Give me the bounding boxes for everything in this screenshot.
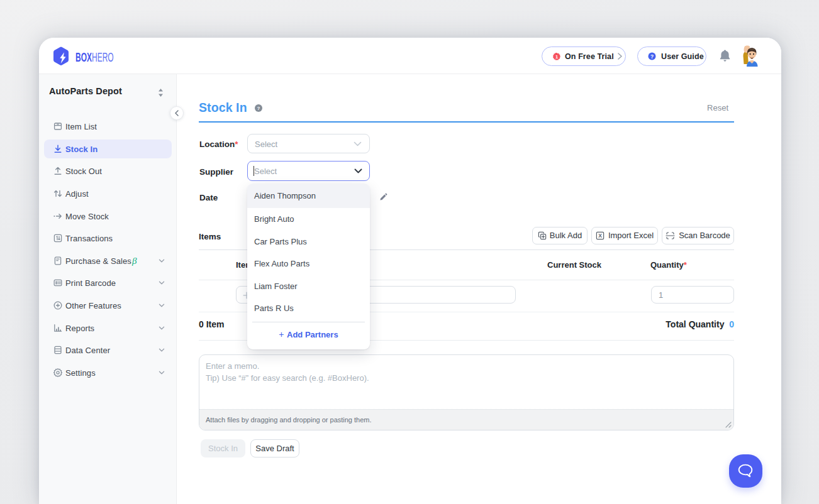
svg-text:1: 1 bbox=[555, 53, 558, 59]
svg-text:?: ? bbox=[650, 53, 654, 60]
